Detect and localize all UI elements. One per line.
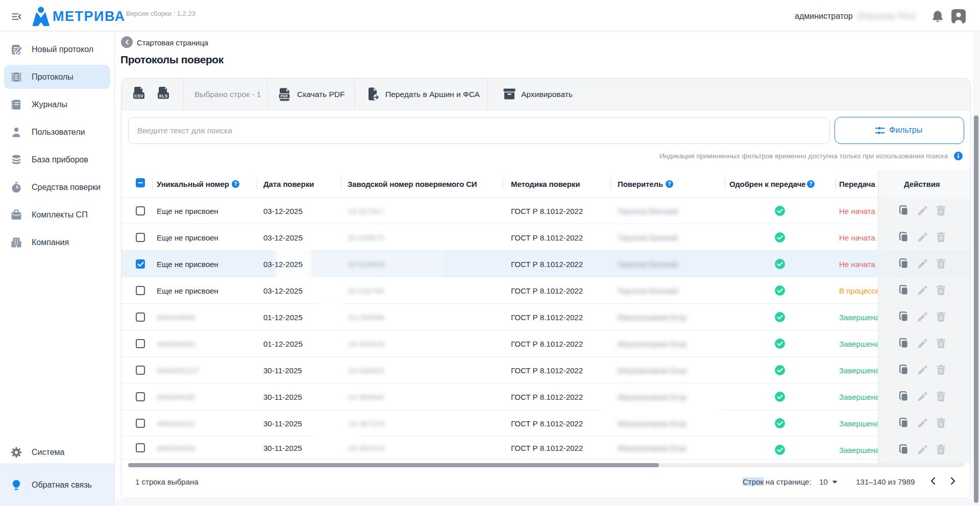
svg-text:CSV: CSV xyxy=(134,94,144,99)
svg-text:PDF: PDF xyxy=(281,94,288,98)
svg-text:XLS: XLS xyxy=(159,94,168,99)
